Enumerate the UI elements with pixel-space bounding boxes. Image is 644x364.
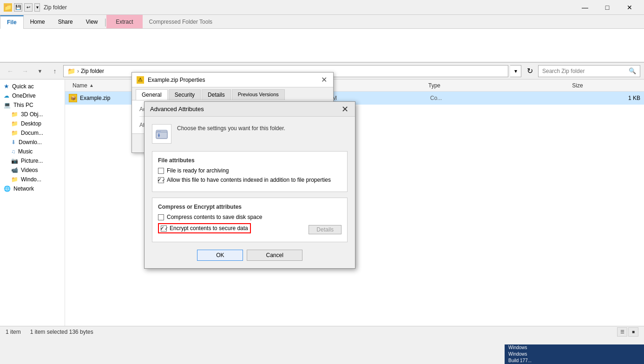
advanced-titlebar: Advanced Attributes ✕ [145,102,355,117]
sidebar-item-downloads[interactable]: ⬇ Downlo... [0,138,65,147]
details-button[interactable]: Details [309,225,342,234]
advanced-top: Choose the settings you want for this fo… [152,124,348,144]
col-size-label: Size [572,82,583,89]
title-bar: 📁 💾 ↩ ▾ Zip folder — □ ✕ [0,0,644,15]
tab-share[interactable]: Share [52,15,79,28]
large-icons-view-button[interactable]: ■ [628,327,638,337]
address-dropdown[interactable]: ▾ [510,65,521,77]
index-checkbox-row[interactable]: ✓ Allow this file to have contents index… [158,177,342,183]
search-box[interactable]: 🔍 [538,65,640,77]
qat-dropdown[interactable]: ▾ [34,3,40,12]
sidebar: ★ Quick ac ☁ OneDrive 💻 This PC 📁 3D Obj… [0,79,65,326]
windows-taskbar: Windows Windows Build 177... [505,344,644,364]
details-view-button[interactable]: ☰ [617,327,627,337]
svg-rect-2 [157,131,161,132]
network-label: Network [13,185,34,192]
advanced-top-text: Choose the settings you want for this fo… [177,124,285,132]
advanced-close-button[interactable]: ✕ [340,105,349,114]
folder-3d-icon: 📁 [11,111,18,118]
close-button[interactable]: ✕ [619,0,640,15]
folder-icon: 📁 [4,3,12,12]
advanced-folder-icon [152,124,171,144]
desktop-label: Desktop [21,120,41,127]
compress-checkbox[interactable] [158,214,164,220]
file-attributes-section: File attributes File is ready for archiv… [152,151,348,192]
3d-objects-label: 3D Obj... [21,111,43,118]
svg-rect-1 [156,132,167,139]
encrypt-row: ✓ Encrypt contents to secure data Detail… [158,223,342,236]
sidebar-item-windows[interactable]: 📁 Windo... [0,175,65,184]
window-title: Zip folder [44,4,67,11]
folder-downloads-icon: ⬇ [11,139,16,146]
back-button[interactable]: ← [4,66,17,77]
col-size-header[interactable]: Size [568,82,644,89]
tab-details[interactable]: Details [202,89,231,100]
archive-checkbox[interactable] [158,168,164,174]
documents-label: Docum... [21,130,43,136]
properties-titlebar: ⚠ Example.zip Properties ✕ [132,73,333,87]
compress-checkbox-row[interactable]: Compress contents to save disk space [158,214,342,220]
search-icon: 🔍 [629,67,636,74]
index-checkbox[interactable]: ✓ [158,177,164,183]
cloud-icon: ☁ [4,93,9,99]
sidebar-item-music[interactable]: ♫ Music [0,147,65,156]
sidebar-item-network[interactable]: 🌐 Network [0,184,65,193]
minimize-button[interactable]: — [574,0,596,15]
properties-close-button[interactable]: ✕ [319,75,329,85]
up-button[interactable]: ↑ [48,66,61,77]
sidebar-item-desktop[interactable]: 📁 Desktop [0,119,65,128]
archive-checkbox-row[interactable]: File is ready for archiving [158,167,342,174]
folder-windows-icon: 📁 [11,176,18,183]
tab-previous-versions[interactable]: Previous Versions [232,89,285,100]
onedrive-label: OneDrive [12,93,36,99]
sidebar-item-onedrive[interactable]: ☁ OneDrive [0,91,65,100]
tab-compressed-tools[interactable]: Compressed Folder Tools [143,19,219,25]
col-type-header[interactable]: Type [425,82,569,89]
advanced-ok-button[interactable]: OK [197,250,243,261]
item-count: 1 item [6,329,21,335]
sidebar-item-3d-objects[interactable]: 📁 3D Obj... [0,110,65,119]
col-type-label: Type [428,82,440,89]
advanced-cancel-button[interactable]: Cancel [247,250,302,261]
tab-extract[interactable]: Extract [106,15,142,28]
zip-file-icon: 📦 [69,94,77,102]
file-type: Co... [430,95,571,101]
tab-view[interactable]: View [79,15,105,28]
status-bar: 1 item 1 item selected 136 bytes ☰ ■ [0,326,644,337]
encrypt-checkbox[interactable]: ✓ [161,225,167,232]
folder-icon-path: 📁 [67,67,75,75]
sidebar-item-this-pc[interactable]: 💻 This PC [0,100,65,110]
maximize-button[interactable]: □ [597,0,618,15]
file-attributes-label: File attributes [158,157,342,164]
properties-title: Example.zip Properties [148,77,319,83]
undo-icon[interactable]: ↩ [24,3,33,12]
recent-button[interactable]: ▼ [33,66,46,77]
encrypt-label: Encrypt contents to secure data [170,225,248,232]
forward-button[interactable]: → [19,66,32,77]
path-arrow: › [77,68,79,74]
compress-encrypt-label: Compress or Encrypt attributes [158,204,342,210]
this-pc-label: This PC [13,102,33,108]
index-label: Allow this file to have contents indexed… [167,177,331,183]
folder-videos-icon: 📹 [11,167,18,173]
tab-home[interactable]: Home [24,15,52,28]
tab-file[interactable]: File [0,15,24,29]
sidebar-item-pictures[interactable]: 📷 Picture... [0,156,65,165]
sidebar-item-quick-access[interactable]: ★ Quick ac [0,81,65,91]
music-label: Music [18,148,33,155]
sort-arrow: ▲ [89,83,94,88]
save-icon[interactable]: 💾 [14,3,22,12]
tab-general[interactable]: General [136,89,168,100]
sidebar-item-videos[interactable]: 📹 Videos [0,165,65,175]
compress-label: Compress contents to save disk space [167,214,262,220]
quick-access-label: Quick ac [12,83,34,90]
tab-security[interactable]: Security [169,89,201,100]
advanced-attributes-dialog: Advanced Attributes ✕ Choose the setting… [144,101,355,269]
refresh-button[interactable]: ↻ [523,65,536,77]
search-input[interactable] [542,68,629,74]
encrypt-checkbox-row[interactable]: ✓ Encrypt contents to secure data [158,223,251,233]
file-size: 1 KB [570,95,644,101]
advanced-body: Choose the settings you want for this fo… [145,117,355,268]
sidebar-item-documents[interactable]: 📁 Docum... [0,128,65,138]
computer-icon: 💻 [4,102,11,108]
